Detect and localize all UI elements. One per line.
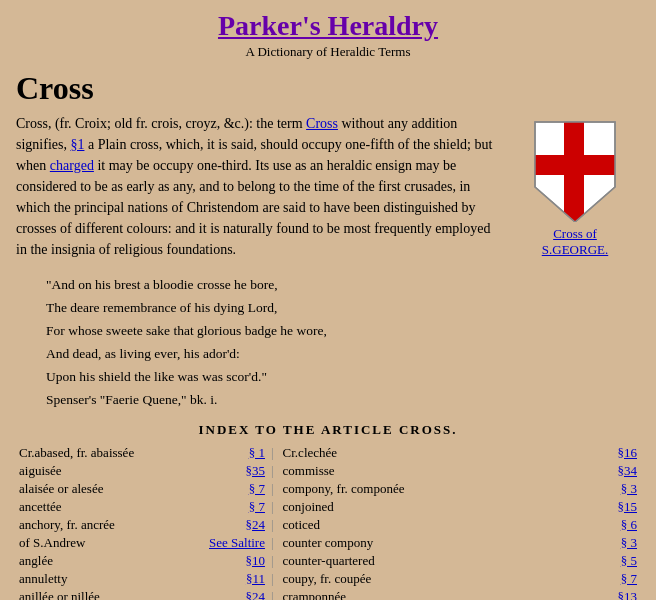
index-left-term: anglée: [16, 552, 206, 570]
index-left-link[interactable]: §24: [206, 588, 268, 600]
index-left-term: annuletty: [16, 570, 206, 588]
index-right-term: Cr.clechée: [277, 444, 467, 462]
shield-caption[interactable]: Cross ofS.GEORGE.: [542, 226, 608, 258]
index-right-link[interactable]: §34: [467, 462, 640, 480]
index-divider: |: [268, 552, 277, 570]
index-right-term: compony, fr. componée: [277, 480, 467, 498]
index-right-link[interactable]: §16: [467, 444, 640, 462]
index-left-link[interactable]: § 7: [206, 498, 268, 516]
index-row: anglée§10|counter-quartered§ 5: [16, 552, 640, 570]
article-heading: Cross: [16, 70, 640, 107]
index-row: anchory, fr. ancrée§24|coticed§ 6: [16, 516, 640, 534]
poem-block: "And on his brest a bloodie crosse he bo…: [46, 274, 640, 412]
index-right-link[interactable]: § 3: [467, 534, 640, 552]
index-divider: |: [268, 444, 277, 462]
index-divider: |: [268, 534, 277, 552]
svg-rect-1: [564, 122, 584, 222]
poem-line-6: Spenser's "Faerie Quene," bk. i.: [46, 389, 640, 412]
index-section: INDEX TO THE ARTICLE CROSS. Cr.abased, f…: [16, 422, 640, 600]
page-subtitle: A Dictionary of Heraldic Terms: [16, 44, 640, 60]
poem-line-3: For whose sweete sake that glorious badg…: [46, 320, 640, 343]
index-row: ancettée§ 7|conjoined§15: [16, 498, 640, 516]
index-right-term: coupy, fr. coupée: [277, 570, 467, 588]
index-row: alaisée or alesée§ 7|compony, fr. compon…: [16, 480, 640, 498]
index-left-link[interactable]: §35: [206, 462, 268, 480]
index-right-link[interactable]: § 7: [467, 570, 640, 588]
index-left-link[interactable]: § 7: [206, 480, 268, 498]
index-right-term: commisse: [277, 462, 467, 480]
index-right-link[interactable]: § 3: [467, 480, 640, 498]
index-right-link[interactable]: § 5: [467, 552, 640, 570]
index-left-link[interactable]: See Saltire: [206, 534, 268, 552]
poem-line-1: "And on his brest a bloodie crosse he bo…: [46, 274, 640, 297]
index-left-link[interactable]: §10: [206, 552, 268, 570]
index-divider: |: [268, 498, 277, 516]
index-right-term: coticed: [277, 516, 467, 534]
index-divider: |: [268, 588, 277, 600]
poem-line-2: The deare remembrance of his dying Lord,: [46, 297, 640, 320]
section1-link[interactable]: §1: [70, 137, 84, 152]
index-right-term: cramponnée: [277, 588, 467, 600]
index-right-term: counter-quartered: [277, 552, 467, 570]
index-right-link[interactable]: §13: [467, 588, 640, 600]
index-right-term: conjoined: [277, 498, 467, 516]
index-left-link[interactable]: §11: [206, 570, 268, 588]
index-row: of S.AndrewSee Saltire|counter compony§ …: [16, 534, 640, 552]
index-left-link[interactable]: § 1: [206, 444, 268, 462]
index-left-term: anchory, fr. ancrée: [16, 516, 206, 534]
poem-line-4: And dead, as living ever, his ador'd:: [46, 343, 640, 366]
index-row: aiguisée§35|commisse§34: [16, 462, 640, 480]
index-title: INDEX TO THE ARTICLE CROSS.: [16, 422, 640, 438]
index-row: annuletty§11|coupy, fr. coupée§ 7: [16, 570, 640, 588]
index-right-link[interactable]: §15: [467, 498, 640, 516]
index-right-link[interactable]: § 6: [467, 516, 640, 534]
index-row: anillée or nillée§24|cramponnée§13: [16, 588, 640, 600]
index-divider: |: [268, 462, 277, 480]
index-right-term: counter compony: [277, 534, 467, 552]
index-row: Cr.abased, fr. abaissée§ 1|Cr.clechée§16: [16, 444, 640, 462]
index-divider: |: [268, 480, 277, 498]
index-left-term: aiguisée: [16, 462, 206, 480]
index-left-term: anillée or nillée: [16, 588, 206, 600]
index-left-link[interactable]: §24: [206, 516, 268, 534]
cross-link[interactable]: Cross: [306, 116, 338, 131]
index-left-term: alaisée or alesée: [16, 480, 206, 498]
index-divider: |: [268, 516, 277, 534]
index-table: Cr.abased, fr. abaissée§ 1|Cr.clechée§16…: [16, 444, 640, 600]
shield-image: [530, 117, 620, 222]
index-left-term: of S.Andrew: [16, 534, 206, 552]
charged-link[interactable]: charged: [50, 158, 94, 173]
index-divider: |: [268, 570, 277, 588]
article-body: Cross, (fr. Croix; old fr. crois, croyz,…: [16, 113, 500, 260]
index-left-term: ancettée: [16, 498, 206, 516]
page-title[interactable]: Parker's Heraldry: [16, 10, 640, 42]
index-left-term: Cr.abased, fr. abaissée: [16, 444, 206, 462]
poem-line-5: Upon his shield the like was was scor'd.…: [46, 366, 640, 389]
